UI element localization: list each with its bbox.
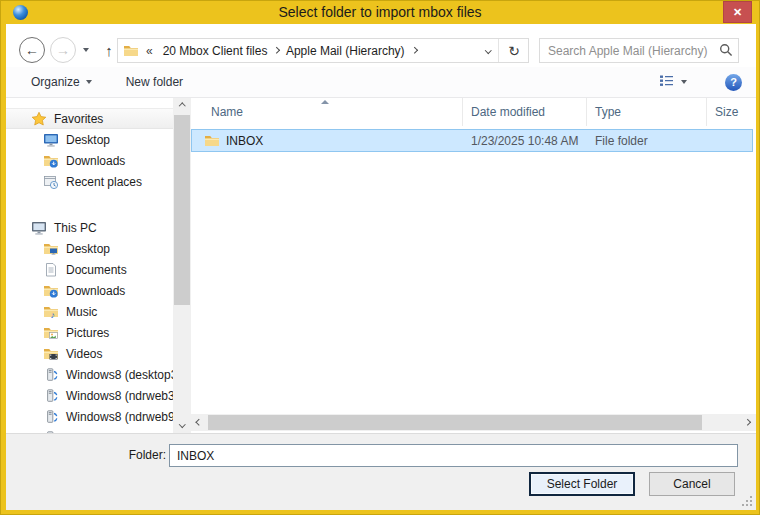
sidebar-item-pc-downloads[interactable]: Downloads xyxy=(6,280,173,301)
sidebar-item-label: Windows8 (ndrweb9) xyxy=(66,410,173,424)
scroll-right-button[interactable] xyxy=(739,414,756,431)
back-button[interactable]: ← xyxy=(19,37,45,63)
cancel-button[interactable]: Cancel xyxy=(649,472,735,496)
column-label: Size xyxy=(715,105,738,119)
horizontal-scrollbar[interactable] xyxy=(191,414,756,431)
column-label: Date modified xyxy=(471,105,545,119)
breadcrumb-segment[interactable]: Apple Mail (Hierarchy) xyxy=(281,44,410,58)
file-date-cell: 1/23/2025 10:48 AM xyxy=(463,134,587,148)
navigation-pane: Favorites Desktop Downloads Recent place… xyxy=(6,98,173,433)
new-folder-button[interactable]: New folder xyxy=(118,67,191,97)
close-icon: ✕ xyxy=(733,6,742,18)
downloads-icon xyxy=(43,153,59,169)
close-button[interactable]: ✕ xyxy=(723,1,752,23)
toolbar-right: ? xyxy=(655,67,742,97)
sidebar-item-label: Windows8 (desktop31 xyxy=(66,368,173,382)
star-icon xyxy=(31,111,47,127)
address-bar[interactable]: « 20 Mbox Client files Apple Mail (Hiera… xyxy=(117,38,529,63)
column-header-name[interactable]: Name xyxy=(191,98,463,126)
sidebar-item-label: Videos xyxy=(66,347,102,361)
dialog-body: ← → ↑ « 20 Mbox Client files Apple Mail … xyxy=(6,24,756,510)
details-view-icon xyxy=(659,74,674,90)
forward-button[interactable]: → xyxy=(50,37,76,63)
sidebar-item-videos[interactable]: Videos xyxy=(6,343,173,364)
folder-icon xyxy=(204,133,220,149)
chevron-left-icon xyxy=(196,419,202,425)
sidebar-item-windows8-ndrweb3[interactable]: Windows8 (ndrweb3) xyxy=(6,385,173,406)
change-view-button[interactable] xyxy=(655,74,691,90)
sidebar-gap xyxy=(6,192,173,217)
search-box xyxy=(539,38,739,63)
resize-grip[interactable] xyxy=(741,495,752,506)
sidebar-item-windows8-desktop31[interactable]: Windows8 (desktop31 xyxy=(6,364,173,385)
forward-icon: → xyxy=(56,42,70,58)
sidebar-item-label: Pictures xyxy=(66,326,109,340)
command-toolbar: Organize New folder ? xyxy=(6,67,756,98)
help-button[interactable]: ? xyxy=(725,74,742,91)
recent-places-icon xyxy=(43,174,59,190)
chevron-down-icon xyxy=(86,80,92,84)
scrollbar-thumb[interactable] xyxy=(208,415,702,430)
breadcrumb-segment[interactable]: 20 Mbox Client files xyxy=(158,44,273,58)
refresh-icon: ↻ xyxy=(508,43,520,59)
network-pc-icon xyxy=(43,367,59,383)
file-name: INBOX xyxy=(226,134,263,148)
recent-locations-chevron-icon[interactable] xyxy=(83,48,89,52)
column-label: Type xyxy=(595,105,621,119)
organize-label: Organize xyxy=(31,75,80,89)
search-input[interactable] xyxy=(539,38,739,63)
refresh-button[interactable]: ↻ xyxy=(498,39,523,62)
sidebar-item-favorites[interactable]: Favorites xyxy=(6,108,173,129)
network-pc-icon xyxy=(43,409,59,425)
titlebar: Select folder to import mbox files ✕ xyxy=(1,1,759,24)
select-folder-button[interactable]: Select Folder xyxy=(529,472,635,496)
column-header-type[interactable]: Type xyxy=(587,98,707,126)
file-dialog-window: Select folder to import mbox files ✕ ← →… xyxy=(0,0,760,515)
breadcrumb-chevron-icon[interactable] xyxy=(411,47,417,53)
documents-icon xyxy=(43,262,59,278)
column-header-size[interactable]: Size xyxy=(707,98,753,126)
sidebar-item-label: Windows8 (ndrweb3) xyxy=(66,389,173,403)
sidebar-item-pictures[interactable]: Pictures xyxy=(6,322,173,343)
desktop-icon xyxy=(43,132,59,148)
sidebar-item-label: Downloads xyxy=(66,154,125,168)
network-pc-icon xyxy=(43,388,59,404)
breadcrumb-chevron-icon[interactable] xyxy=(273,47,279,53)
new-folder-label: New folder xyxy=(126,75,183,89)
help-icon: ? xyxy=(730,76,737,88)
sidebar-item-label: Recent places xyxy=(66,175,142,189)
sidebar-item-windows8-ndrweb9[interactable]: Windows8 (ndrweb9) xyxy=(6,406,173,427)
scrollbar-track[interactable] xyxy=(208,414,739,431)
column-header-date-modified[interactable]: Date modified xyxy=(463,98,587,126)
sidebar-item-this-pc[interactable]: This PC xyxy=(6,217,173,238)
up-icon: ↑ xyxy=(105,42,113,59)
sidebar-item-recent-places[interactable]: Recent places xyxy=(6,171,173,192)
file-type-cell: File folder xyxy=(587,134,707,148)
sidebar-item-music[interactable]: ♪ Music xyxy=(6,301,173,322)
chevron-down-icon xyxy=(179,421,185,427)
chevron-up-icon xyxy=(179,103,185,109)
sidebar-item-downloads[interactable]: Downloads xyxy=(6,150,173,171)
scrollbar-thumb[interactable] xyxy=(174,115,190,305)
sidebar-item-label: Desktop xyxy=(66,242,110,256)
scroll-up-button[interactable] xyxy=(173,98,191,115)
file-list: Name Date modified Type Size xyxy=(191,98,756,433)
sidebar-scrollbar[interactable] xyxy=(173,98,191,433)
scroll-down-button[interactable] xyxy=(173,416,191,433)
scroll-left-button[interactable] xyxy=(191,414,208,431)
organize-button[interactable]: Organize xyxy=(23,67,100,97)
sidebar-item-label: This PC xyxy=(54,221,97,235)
videos-folder-icon xyxy=(43,346,59,362)
sidebar-item-documents[interactable]: Documents xyxy=(6,259,173,280)
sidebar-item-label: Music xyxy=(66,305,97,319)
sidebar-item-desktop[interactable]: Desktop xyxy=(6,129,173,150)
sidebar-item-label: Favorites xyxy=(54,112,103,126)
downloads-icon xyxy=(43,283,59,299)
breadcrumb-overflow-icon[interactable]: « xyxy=(139,44,158,58)
desktop-folder-icon xyxy=(43,241,59,257)
folder-name-input[interactable] xyxy=(169,444,738,467)
sidebar-item-pc-desktop[interactable]: Desktop xyxy=(6,238,173,259)
search-icon[interactable] xyxy=(719,43,733,61)
address-dropdown-icon[interactable] xyxy=(485,47,491,53)
file-row-inbox[interactable]: INBOX 1/23/2025 10:48 AM File folder xyxy=(191,129,753,152)
